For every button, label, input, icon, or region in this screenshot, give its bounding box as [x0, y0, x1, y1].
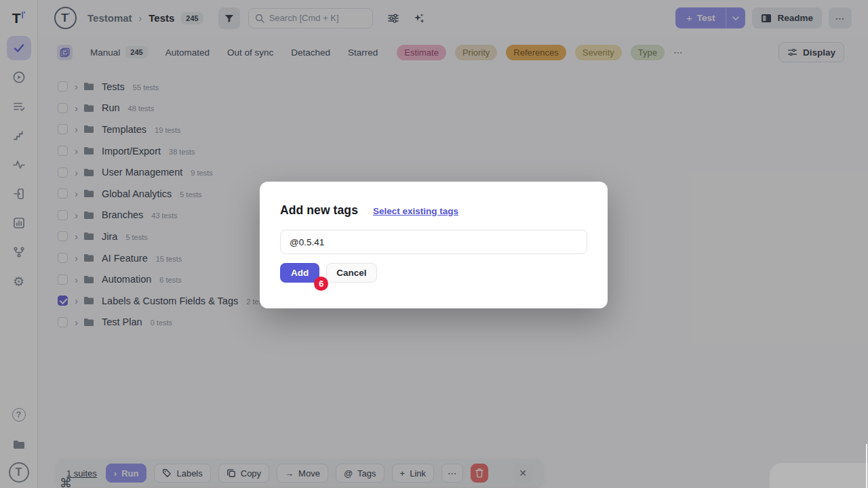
- cancel-button[interactable]: Cancel: [326, 263, 376, 283]
- modal-title: Add new tags: [280, 203, 358, 218]
- add-tags-modal: Add new tags Select existing tags Add 6 …: [260, 182, 608, 308]
- step-annotation-badge: 6: [314, 277, 328, 291]
- tag-input[interactable]: [280, 230, 587, 254]
- corner-widget: [770, 463, 868, 488]
- select-existing-tags-link[interactable]: Select existing tags: [373, 206, 458, 216]
- right-edge-line: [866, 444, 867, 488]
- add-button[interactable]: Add 6: [280, 263, 319, 283]
- app-root: T|': [0, 0, 868, 488]
